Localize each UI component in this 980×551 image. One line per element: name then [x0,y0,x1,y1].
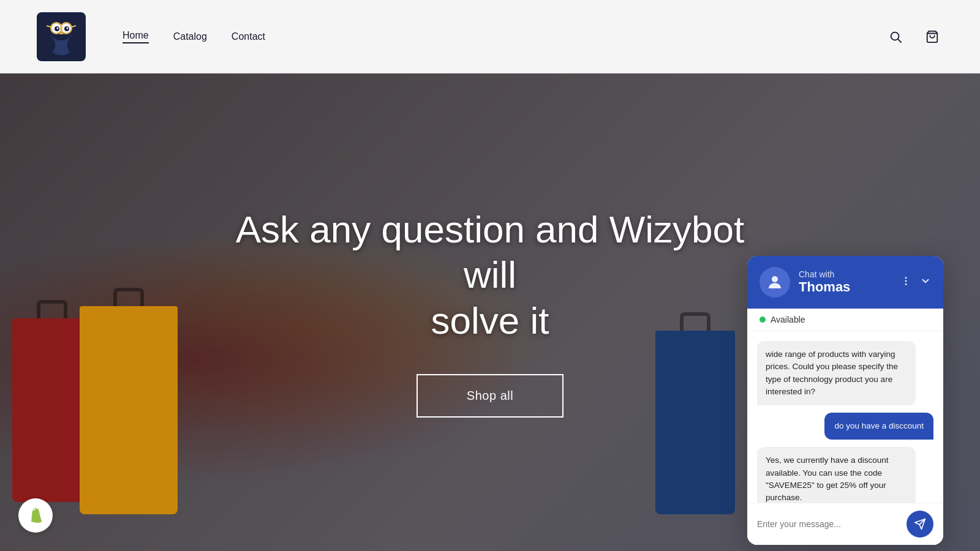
chat-message-bot-2: Yes, we currently have a discount availa… [757,447,916,503]
main-nav: Home Catalog Contact [123,30,884,43]
shopify-badge[interactable] [18,498,53,533]
logo[interactable] [37,12,86,61]
chat-with-label: Chat with [799,269,892,279]
shop-all-button[interactable]: Shop all [417,374,564,418]
chat-agent-name: Thomas [799,279,892,295]
chat-message-bot-1: wide range of products with varying pric… [757,341,916,405]
hero-section: Ask any question and Wizybot will solve … [0,73,980,551]
chat-header: Chat with Thomas [747,256,943,309]
chat-header-actions [900,276,931,290]
search-button[interactable] [884,26,907,48]
chat-avatar [760,267,790,298]
svg-point-24 [905,280,907,282]
hero-title: Ask any question and Wizybot will solve … [214,207,766,343]
svg-point-23 [905,277,907,279]
nav-catalog[interactable]: Catalog [173,31,207,42]
chat-messages: wide range of products with varying pric… [747,331,943,503]
nav-contact[interactable]: Contact [232,31,265,42]
chat-widget: Chat with Thomas [747,256,943,545]
svg-point-9 [57,27,59,29]
chat-message-user-1: do you have a disccount [824,413,933,440]
cart-button[interactable] [921,26,943,48]
svg-line-20 [898,39,901,42]
chat-title-area: Chat with Thomas [799,269,892,295]
chat-more-button[interactable] [900,276,911,290]
hero-content: Ask any question and Wizybot will solve … [214,207,766,418]
nav-home[interactable]: Home [123,30,149,43]
svg-point-22 [772,276,778,282]
site-header: Home Catalog Contact [0,0,980,73]
chat-minimize-button[interactable] [920,276,931,290]
status-indicator [760,317,766,323]
chat-status-bar: Available [747,309,943,331]
chat-input-area [747,503,943,545]
chat-message-input[interactable] [757,519,900,529]
chat-send-button[interactable] [907,511,933,538]
svg-point-25 [905,283,907,285]
chat-status-text: Available [771,315,805,324]
header-actions [884,26,943,48]
svg-point-10 [67,27,69,29]
